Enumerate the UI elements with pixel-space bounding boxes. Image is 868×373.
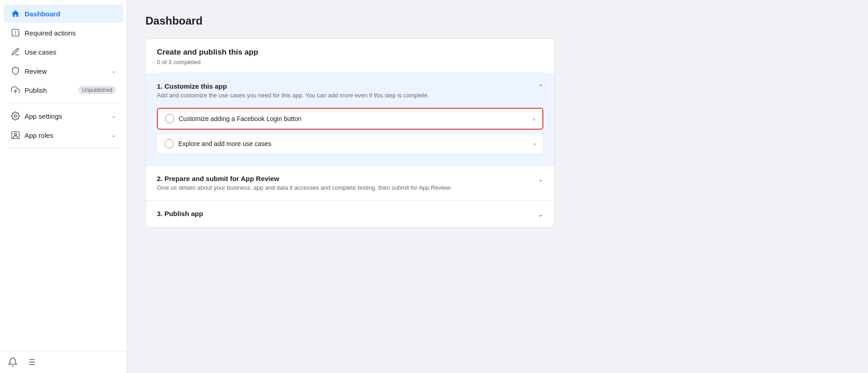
publish-label: Publish bbox=[25, 86, 47, 94]
card-header: Create and publish this app 0 of 3 compl… bbox=[146, 39, 554, 73]
circle-check-fb-login bbox=[165, 114, 174, 123]
accordion-title-publish-app: 3. Publish app bbox=[157, 210, 531, 217]
sidebar-item-publish[interactable]: Publish Unpublished bbox=[4, 81, 123, 99]
main-content: Dashboard Create and publish this app 0 … bbox=[127, 0, 868, 373]
upload-icon bbox=[11, 86, 20, 95]
accordion-content-customize: 1. Customize this app Add and customize … bbox=[157, 82, 531, 99]
accordion-chevron-publish-app: ⌄ bbox=[538, 211, 543, 218]
accordion-chevron-customize: ⌃ bbox=[538, 83, 543, 91]
list-item-fb-login-left: Customize adding a Facebook Login button bbox=[165, 114, 301, 123]
alert-icon bbox=[11, 28, 20, 37]
svg-point-4 bbox=[15, 115, 17, 117]
accordion-subtitle-customize: Add and customize the use cases you need… bbox=[157, 92, 475, 99]
dashboard-label: Dashboard bbox=[25, 10, 60, 18]
list-item-more-use-cases-left: Explore and add more use cases bbox=[165, 139, 271, 148]
sidebar-item-use-cases[interactable]: Use cases bbox=[4, 43, 123, 61]
accordion-section-app-review: 2. Prepare and submit for App Review Giv… bbox=[146, 166, 554, 201]
accordion-header-publish-app[interactable]: 3. Publish app ⌄ bbox=[146, 201, 554, 227]
sidebar-divider-1 bbox=[7, 103, 120, 103]
app-roles-label: App roles bbox=[25, 131, 53, 139]
accordion-section-customize: 1. Customize this app Add and customize … bbox=[146, 73, 554, 166]
dashboard-card: Create and publish this app 0 of 3 compl… bbox=[146, 38, 555, 227]
publish-badge: Unpublished bbox=[78, 86, 116, 94]
sidebar-nav: Dashboard Required actions Use cases bbox=[0, 0, 127, 351]
svg-point-6 bbox=[15, 133, 17, 136]
pencil-icon bbox=[11, 47, 20, 56]
page-title: Dashboard bbox=[146, 15, 850, 27]
sidebar: Dashboard Required actions Use cases bbox=[0, 0, 127, 373]
review-chevron: ⌄ bbox=[111, 68, 116, 74]
person-badge-icon bbox=[11, 131, 20, 140]
accordion-subtitle-app-review: Give us details about your business, app… bbox=[157, 184, 475, 191]
list-item-more-use-cases-arrow: › bbox=[533, 140, 536, 147]
accordion-content-publish-app: 3. Publish app bbox=[157, 210, 531, 217]
app-settings-label: App settings bbox=[25, 112, 62, 120]
required-actions-label: Required actions bbox=[25, 29, 76, 37]
sidebar-item-dashboard[interactable]: Dashboard bbox=[4, 5, 123, 23]
app-roles-chevron: ⌄ bbox=[111, 132, 116, 138]
accordion-header-app-review[interactable]: 2. Prepare and submit for App Review Giv… bbox=[146, 166, 554, 200]
home-icon bbox=[11, 9, 20, 18]
sidebar-item-app-roles[interactable]: App roles ⌄ bbox=[4, 126, 123, 144]
sidebar-item-review[interactable]: Review ⌄ bbox=[4, 62, 123, 80]
bell-icon[interactable] bbox=[7, 357, 18, 368]
gear-icon bbox=[11, 111, 20, 121]
list-item-fb-login[interactable]: Customize adding a Facebook Login button… bbox=[157, 108, 543, 130]
sidebar-item-required-actions[interactable]: Required actions bbox=[4, 24, 123, 42]
svg-point-2 bbox=[15, 34, 16, 35]
card-title: Create and publish this app bbox=[157, 48, 543, 57]
list-item-fb-login-label: Customize adding a Facebook Login button bbox=[179, 115, 301, 122]
list-item-more-use-cases-label: Explore and add more use cases bbox=[178, 140, 271, 147]
sidebar-item-app-settings[interactable]: App settings ⌄ bbox=[4, 107, 123, 125]
app-settings-chevron: ⌄ bbox=[111, 113, 116, 119]
sidebar-footer bbox=[0, 351, 127, 373]
accordion-section-publish-app: 3. Publish app ⌄ bbox=[146, 201, 554, 227]
use-cases-label: Use cases bbox=[25, 48, 56, 56]
card-subtitle: 0 of 3 completed bbox=[157, 59, 543, 66]
accordion-content-app-review: 2. Prepare and submit for App Review Giv… bbox=[157, 175, 531, 191]
accordion-title-customize: 1. Customize this app bbox=[157, 82, 531, 90]
list-item-more-use-cases[interactable]: Explore and add more use cases › bbox=[157, 133, 543, 154]
circle-check-more-use-cases bbox=[165, 139, 174, 148]
shield-icon bbox=[11, 66, 20, 76]
accordion-header-customize[interactable]: 1. Customize this app Add and customize … bbox=[146, 73, 554, 108]
review-label: Review bbox=[25, 67, 47, 75]
list-icon[interactable] bbox=[25, 357, 36, 368]
accordion-body-customize: Customize adding a Facebook Login button… bbox=[146, 108, 554, 165]
accordion-chevron-app-review: ⌄ bbox=[538, 176, 543, 183]
accordion-title-app-review: 2. Prepare and submit for App Review bbox=[157, 175, 531, 182]
list-item-fb-login-arrow: › bbox=[533, 115, 535, 122]
sidebar-divider-2 bbox=[7, 148, 120, 148]
